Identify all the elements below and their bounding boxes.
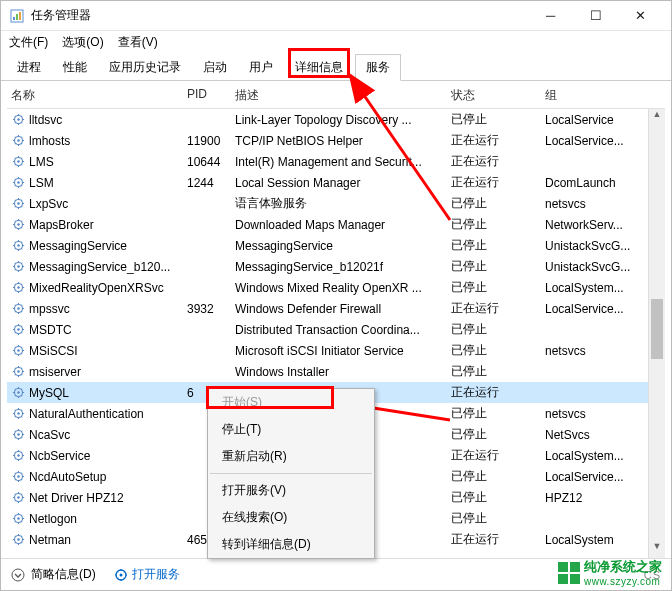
service-name: Net Driver HPZ12 bbox=[29, 491, 124, 505]
service-row[interactable]: lltdsvcLink-Layer Topology Discovery ...… bbox=[7, 109, 665, 130]
service-row[interactable]: LxpSvc语言体验服务已停止netsvcs bbox=[7, 193, 665, 214]
scroll-thumb[interactable] bbox=[651, 299, 663, 359]
gear-icon bbox=[11, 386, 25, 400]
open-services-link[interactable]: 打开服务 bbox=[114, 566, 180, 583]
title-bar: 任务管理器 ─ ☐ ✕ bbox=[1, 1, 671, 31]
gear-icon bbox=[11, 344, 25, 358]
service-name: lltdsvc bbox=[29, 113, 62, 127]
maximize-button[interactable]: ☐ bbox=[573, 2, 618, 30]
service-name: LMS bbox=[29, 155, 54, 169]
service-row[interactable]: MixedRealityOpenXRSvcWindows Mixed Reali… bbox=[7, 277, 665, 298]
gear-icon bbox=[11, 134, 25, 148]
service-desc: Intel(R) Management and Securit... bbox=[231, 155, 447, 169]
watermark-url: www.szyzy.com bbox=[584, 576, 662, 587]
col-header-pid[interactable]: PID bbox=[183, 87, 231, 104]
service-status: 已停止 bbox=[447, 111, 541, 128]
service-group: HPZ12 bbox=[541, 491, 641, 505]
service-group: LocalService... bbox=[541, 470, 641, 484]
service-name: MSDTC bbox=[29, 323, 72, 337]
watermark-logo-icon bbox=[558, 562, 580, 584]
service-name: msiserver bbox=[29, 365, 81, 379]
service-status: 正在运行 bbox=[447, 531, 541, 548]
menu-options[interactable]: 选项(O) bbox=[62, 34, 103, 51]
service-name: MessagingService bbox=[29, 239, 127, 253]
svg-point-19 bbox=[17, 265, 20, 268]
col-header-status[interactable]: 状态 bbox=[447, 87, 541, 104]
service-row[interactable]: msiserverWindows Installer已停止 bbox=[7, 361, 665, 382]
service-group: LocalSystem... bbox=[541, 281, 641, 295]
ctx-restart[interactable]: 重新启动(R) bbox=[208, 443, 374, 470]
col-header-group[interactable]: 组 bbox=[541, 87, 641, 104]
service-row[interactable]: LMS10644Intel(R) Management and Securit.… bbox=[7, 151, 665, 172]
service-row[interactable]: MessagingService_b120...MessagingService… bbox=[7, 256, 665, 277]
service-name: Netlogon bbox=[29, 512, 77, 526]
svg-point-7 bbox=[17, 139, 20, 142]
vertical-scrollbar[interactable]: ▲ ▼ bbox=[648, 109, 665, 558]
svg-point-13 bbox=[17, 202, 20, 205]
service-status: 已停止 bbox=[447, 216, 541, 233]
svg-point-11 bbox=[17, 181, 20, 184]
gear-icon bbox=[11, 155, 25, 169]
service-pid: 10644 bbox=[183, 155, 231, 169]
service-desc: MessagingService_b12021f bbox=[231, 260, 447, 274]
gear-icon bbox=[11, 302, 25, 316]
service-row[interactable]: MessagingServiceMessagingService已停止Unist… bbox=[7, 235, 665, 256]
ctx-stop[interactable]: 停止(T) bbox=[208, 416, 374, 443]
col-header-name[interactable]: 名称 bbox=[7, 87, 183, 104]
service-name: MapsBroker bbox=[29, 218, 94, 232]
service-desc: 语言体验服务 bbox=[231, 195, 447, 212]
scroll-down-arrow[interactable]: ▼ bbox=[649, 541, 665, 558]
service-pid: 1244 bbox=[183, 176, 231, 190]
service-status: 已停止 bbox=[447, 279, 541, 296]
gear-icon bbox=[11, 449, 25, 463]
service-desc: TCP/IP NetBIOS Helper bbox=[231, 134, 447, 148]
tab-6[interactable]: 服务 bbox=[355, 54, 401, 81]
service-status: 已停止 bbox=[447, 510, 541, 527]
service-desc: MessagingService bbox=[231, 239, 447, 253]
service-row[interactable]: mpssvc3932Windows Defender Firewall正在运行L… bbox=[7, 298, 665, 319]
service-name: MixedRealityOpenXRSvc bbox=[29, 281, 164, 295]
service-row[interactable]: MSiSCSIMicrosoft iSCSI Initiator Service… bbox=[7, 340, 665, 361]
scroll-up-arrow[interactable]: ▲ bbox=[649, 109, 665, 126]
minimize-button[interactable]: ─ bbox=[528, 2, 573, 30]
tab-0[interactable]: 进程 bbox=[7, 55, 51, 80]
window-title: 任务管理器 bbox=[31, 7, 528, 24]
tab-3[interactable]: 启动 bbox=[193, 55, 237, 80]
tab-5[interactable]: 详细信息 bbox=[285, 55, 353, 80]
ctx-start[interactable]: 开始(S) bbox=[208, 389, 374, 416]
service-desc: Windows Mixed Reality OpenXR ... bbox=[231, 281, 447, 295]
close-button[interactable]: ✕ bbox=[618, 2, 663, 30]
svg-rect-1 bbox=[13, 17, 15, 20]
service-row[interactable]: lmhosts11900TCP/IP NetBIOS Helper正在运行Loc… bbox=[7, 130, 665, 151]
svg-point-5 bbox=[17, 118, 20, 121]
fewer-details-button[interactable]: 简略信息(D) bbox=[11, 566, 96, 583]
service-status: 正在运行 bbox=[447, 447, 541, 464]
svg-point-43 bbox=[17, 517, 20, 520]
service-name: LSM bbox=[29, 176, 54, 190]
gear-icon bbox=[11, 407, 25, 421]
service-row[interactable]: LSM1244Local Session Manager正在运行DcomLaun… bbox=[7, 172, 665, 193]
tab-1[interactable]: 性能 bbox=[53, 55, 97, 80]
column-headers: 名称 PID 描述 状态 组 bbox=[7, 81, 665, 109]
tab-2[interactable]: 应用历史记录 bbox=[99, 55, 191, 80]
gear-icon bbox=[11, 113, 25, 127]
tab-4[interactable]: 用户 bbox=[239, 55, 283, 80]
service-status: 正在运行 bbox=[447, 132, 541, 149]
menu-view[interactable]: 查看(V) bbox=[118, 34, 158, 51]
svg-point-23 bbox=[17, 307, 20, 310]
service-row[interactable]: MapsBrokerDownloaded Maps Manager已停止Netw… bbox=[7, 214, 665, 235]
menu-file[interactable]: 文件(F) bbox=[9, 34, 48, 51]
service-group: UnistackSvcG... bbox=[541, 260, 641, 274]
service-row[interactable]: MSDTCDistributed Transaction Coordina...… bbox=[7, 319, 665, 340]
ctx-search-online[interactable]: 在线搜索(O) bbox=[208, 504, 374, 531]
svg-point-29 bbox=[17, 370, 20, 373]
svg-rect-3 bbox=[19, 12, 21, 20]
ctx-goto-details[interactable]: 转到详细信息(D) bbox=[208, 531, 374, 558]
service-status: 已停止 bbox=[447, 426, 541, 443]
col-header-desc[interactable]: 描述 bbox=[231, 87, 447, 104]
ctx-open-services[interactable]: 打开服务(V) bbox=[208, 477, 374, 504]
tab-bar: 进程性能应用历史记录启动用户详细信息服务 bbox=[1, 53, 671, 81]
svg-point-31 bbox=[17, 391, 20, 394]
svg-point-21 bbox=[17, 286, 20, 289]
ctx-divider bbox=[210, 473, 372, 474]
